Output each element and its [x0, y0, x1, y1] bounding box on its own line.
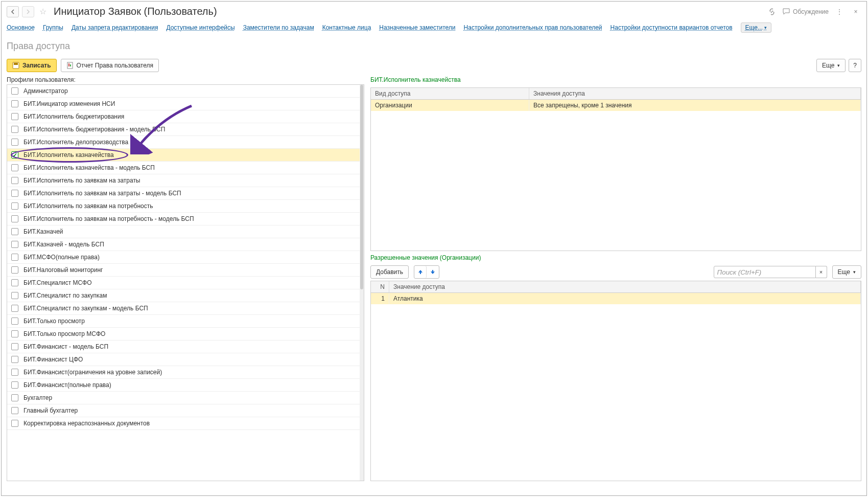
values-col-n[interactable]: N: [371, 281, 389, 292]
profile-checkbox[interactable]: [11, 113, 18, 120]
profile-row[interactable]: БИТ.Исполнитель по заявкам на затраты: [7, 174, 364, 187]
profile-checkbox[interactable]: [11, 254, 18, 261]
profiles-list[interactable]: АдминистраторБИТ.Инициатор изменения НСИ…: [7, 84, 364, 481]
profile-checkbox[interactable]: [11, 190, 18, 197]
nav-link[interactable]: Основное: [7, 24, 35, 31]
profile-row[interactable]: Администратор: [7, 85, 364, 98]
profile-checkbox[interactable]: [11, 87, 18, 95]
star-icon[interactable]: ☆: [37, 6, 49, 17]
profile-checkbox[interactable]: [11, 394, 18, 401]
access-col-kind[interactable]: Вид доступа: [371, 88, 529, 99]
profile-checkbox[interactable]: [11, 279, 18, 286]
profile-label: БИТ.Исполнитель по заявкам на затраты - …: [24, 190, 181, 197]
profile-checkbox[interactable]: [11, 343, 18, 350]
profile-checkbox[interactable]: [11, 151, 18, 159]
toolbar-more-button[interactable]: Еще ▾: [816, 59, 846, 72]
nav-link[interactable]: Даты запрета редактирования: [72, 24, 158, 31]
profile-checkbox[interactable]: [11, 420, 18, 427]
profile-checkbox[interactable]: [11, 228, 18, 235]
profile-row[interactable]: БИТ.МСФО(полные права): [7, 251, 364, 264]
profile-row[interactable]: БИТ.Инициатор изменения НСИ: [7, 98, 364, 110]
access-kind: Организации: [371, 100, 529, 111]
page-title: Инициатор Заявок (Пользователь): [54, 6, 217, 17]
profile-row[interactable]: БИТ.Финансист(ограничения на уровне запи…: [7, 366, 364, 379]
profile-checkbox[interactable]: [11, 126, 18, 133]
profile-row[interactable]: БИТ.Финансист(полные права): [7, 379, 364, 392]
move-up-button[interactable]: [414, 266, 427, 278]
nav-link[interactable]: Настройки дополнительных прав пользовате…: [464, 24, 602, 31]
help-button[interactable]: ?: [849, 59, 861, 72]
profile-row[interactable]: БИТ.Казначей: [7, 225, 364, 238]
value-n: 1: [371, 293, 389, 304]
nav-link[interactable]: Заместители по задачам: [243, 24, 314, 31]
profile-checkbox[interactable]: [11, 381, 18, 389]
value-row[interactable]: 1Атлантика: [371, 293, 861, 304]
profile-row[interactable]: БИТ.Только просмотр МСФО: [7, 328, 364, 341]
profile-checkbox[interactable]: [11, 100, 18, 107]
profile-row[interactable]: БИТ.Исполнитель делопроизводства: [7, 136, 364, 149]
profile-row[interactable]: БИТ.Специалист по закупкам: [7, 289, 364, 302]
profile-row[interactable]: БИТ.Исполнитель бюджетирования: [7, 110, 364, 123]
svg-rect-3: [68, 63, 69, 66]
scrollbar[interactable]: [360, 85, 364, 481]
profile-checkbox[interactable]: [11, 164, 18, 171]
back-button[interactable]: [7, 6, 19, 17]
add-button[interactable]: Добавить: [370, 265, 409, 279]
profile-checkbox[interactable]: [11, 266, 18, 274]
link-icon[interactable]: [766, 6, 778, 17]
profile-row[interactable]: БИТ.Финансист ЦФО: [7, 353, 364, 366]
nav-link[interactable]: Контактные лица: [322, 24, 371, 31]
move-down-button[interactable]: [427, 266, 439, 278]
nav-link[interactable]: Назначенные заместители: [379, 24, 455, 31]
profile-row[interactable]: БИТ.Исполнитель бюджетирования - модель …: [7, 123, 364, 136]
profile-row[interactable]: БИТ.Только просмотр: [7, 315, 364, 328]
profile-checkbox[interactable]: [11, 292, 18, 299]
profile-row[interactable]: БИТ.Исполнитель казначейства - модель БС…: [7, 162, 364, 174]
search-clear-button[interactable]: ×: [816, 266, 827, 278]
discuss-button[interactable]: Обсуждение: [783, 8, 829, 15]
profile-row[interactable]: БИТ.Исполнитель по заявкам на потребност…: [7, 213, 364, 225]
report-button[interactable]: Отчет Права пользователя: [61, 59, 159, 72]
search-box: ×: [714, 266, 827, 278]
profile-checkbox[interactable]: [11, 407, 18, 414]
profile-label: БИТ.МСФО(полные права): [24, 254, 100, 261]
profile-checkbox[interactable]: [11, 177, 18, 184]
nav-more-button[interactable]: Еще...▾: [741, 22, 771, 33]
profile-row[interactable]: Корректировка нераспознанных документов: [7, 417, 364, 430]
values-col-value[interactable]: Значение доступа: [389, 281, 861, 292]
profile-checkbox[interactable]: [11, 330, 18, 337]
profile-label: БИТ.Исполнитель бюджетирования: [24, 113, 124, 120]
profile-row[interactable]: БИТ.Исполнитель по заявкам на потребност…: [7, 200, 364, 213]
profile-checkbox[interactable]: [11, 369, 18, 376]
profile-row[interactable]: БИТ.Казначей - модель БСП: [7, 238, 364, 251]
profile-row[interactable]: БИТ.Налоговый мониторинг: [7, 264, 364, 277]
kebab-icon[interactable]: ⋮: [834, 6, 845, 17]
profile-row[interactable]: Бухгалтер: [7, 392, 364, 404]
profile-row[interactable]: БИТ.Специалист МСФО: [7, 277, 364, 289]
profile-row[interactable]: Главный бухгалтер: [7, 404, 364, 417]
arrow-up-icon: [417, 269, 424, 275]
profile-checkbox[interactable]: [11, 241, 18, 248]
nav-link[interactable]: Доступные интерфейсы: [166, 24, 234, 31]
profile-checkbox[interactable]: [11, 202, 18, 210]
profile-row[interactable]: БИТ.Специалист по закупкам - модель БСП: [7, 302, 364, 315]
profile-row[interactable]: БИТ.Финансист - модель БСП: [7, 341, 364, 353]
access-col-value[interactable]: Значения доступа: [529, 88, 861, 99]
write-button[interactable]: Записать: [7, 59, 57, 72]
close-button[interactable]: ×: [850, 6, 861, 17]
values-more-button[interactable]: Еще ▾: [832, 265, 861, 279]
profile-row[interactable]: БИТ.Исполнитель казначейства: [7, 149, 364, 162]
profile-label: БИТ.Налоговый мониторинг: [24, 266, 103, 274]
search-input[interactable]: [714, 266, 816, 278]
forward-button[interactable]: [22, 6, 34, 17]
profile-checkbox[interactable]: [11, 318, 18, 325]
profile-checkbox[interactable]: [11, 356, 18, 363]
profile-checkbox[interactable]: [11, 215, 18, 222]
access-row[interactable]: ОрганизацииВсе запрещены, кроме 1 значен…: [371, 100, 861, 111]
profile-row[interactable]: БИТ.Исполнитель по заявкам на затраты - …: [7, 187, 364, 200]
nav-link[interactable]: Группы: [43, 24, 63, 31]
report-label: Отчет Права пользователя: [77, 62, 153, 69]
profile-checkbox[interactable]: [11, 139, 18, 146]
profile-checkbox[interactable]: [11, 305, 18, 312]
nav-link[interactable]: Настройки доступности вариантов отчетов: [611, 24, 733, 31]
